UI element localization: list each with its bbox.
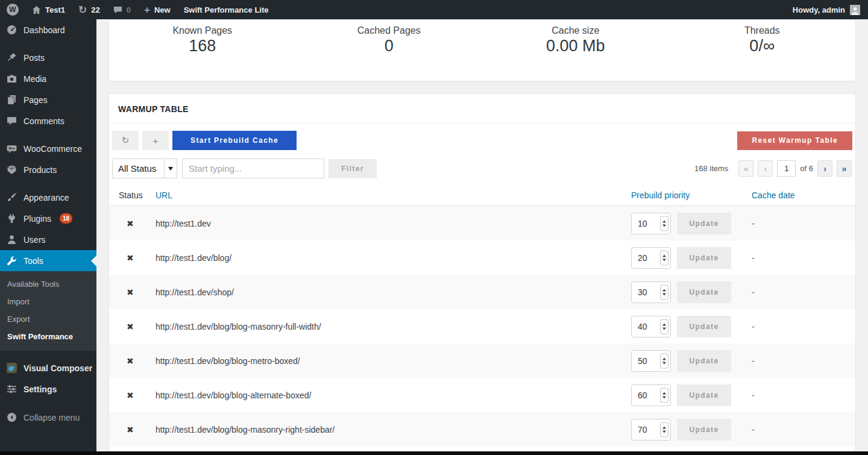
sidebar-item-comments[interactable]: Comments [0,110,96,131]
sidebar-label: Comments [24,116,64,126]
tools-submenu: Available Tools Import Export Swift Pefo… [0,271,96,351]
user-icon [6,234,17,245]
stat-value: 168 [109,37,296,55]
row-url: http://test1.dev/shop/ [156,287,631,297]
add-url-button[interactable]: + [142,131,169,150]
wordpress-menu[interactable]: W [0,0,25,19]
new-content-menu[interactable]: + New [137,0,177,19]
refresh-button[interactable]: ↻ [112,131,139,150]
comments-menu[interactable]: 0 [107,0,137,19]
table-row: ✖ http://test1.dev Update - [109,206,855,240]
table-row: ✖ http://test1.dev/shop/ Update - [109,275,855,309]
row-url: http://test1.dev [156,219,631,228]
sidebar-item-users[interactable]: Users [0,229,96,250]
first-page-button[interactable]: « [738,160,753,177]
sidebar-item-visual-composer[interactable]: Visual Composer [0,357,96,378]
reset-warmup-table-button[interactable]: Reset Warmup Table [737,131,852,150]
stat-value: 0 [296,37,483,55]
submenu-item-swift-performance[interactable]: Swift Peformance [0,328,96,345]
number-spinner-icon[interactable] [660,388,668,403]
column-header-prebuild-priority[interactable]: Prebuild priority [631,190,752,200]
wordpress-logo-icon: W [7,4,19,16]
update-button[interactable]: Update [677,247,731,269]
update-button[interactable]: Update [677,384,731,406]
plus-icon: + [144,5,150,15]
sidebar-label: Products [24,165,57,175]
number-spinner-icon[interactable] [660,284,668,300]
submenu-item-import[interactable]: Import [0,293,96,310]
submenu-item-available-tools[interactable]: Available Tools [0,275,96,293]
row-cache-date: - [752,287,857,297]
site-name-menu[interactable]: Test1 [25,0,72,19]
sidebar-item-tools[interactable]: Tools [0,250,96,271]
status-filter-select[interactable]: All Status [112,158,177,178]
start-prebuild-cache-button[interactable]: Start Prebuild Cache [172,131,297,150]
update-button[interactable]: Update [677,213,731,234]
status-x-icon: ✖ [119,219,156,228]
column-header-url[interactable]: URL [156,190,631,200]
current-page-input[interactable] [777,160,796,177]
update-button[interactable]: Update [677,350,731,372]
prev-page-button[interactable]: ‹ [758,160,773,177]
search-input[interactable] [182,158,324,178]
table-row: ✖ http://test1.dev/blog/ Update - [109,240,855,275]
refresh-icon: ↻ [122,135,130,145]
row-url: http://test1.dev/blog/blog-metro-boxed/ [156,356,631,366]
sidebar-item-media[interactable]: Media [0,68,96,89]
row-cache-date: - [752,253,857,263]
number-spinner-icon[interactable] [660,319,668,334]
update-button[interactable]: Update [677,281,731,303]
sidebar-item-pages[interactable]: Pages [0,89,96,110]
filter-button[interactable]: Filter [329,159,377,178]
sidebar-item-posts[interactable]: Posts [0,47,96,68]
sidebar-item-settings[interactable]: Settings [0,378,96,400]
pages-icon [6,94,17,105]
sidebar-item-products[interactable]: Products [0,159,96,180]
row-cache-date: - [752,356,857,366]
swift-performance-label: Swift Performance Lite [184,5,269,14]
filter-row: All Status Filter 168 items « ‹ of 6 › » [109,154,855,184]
next-page-button[interactable]: › [817,160,832,177]
number-spinner-icon[interactable] [660,216,668,231]
warmup-table-card: WARMUP TABLE ↻ + Start Prebuild Cache Re… [108,93,856,455]
stat-label: Cache size [482,25,669,36]
last-page-button[interactable]: » [837,160,852,177]
row-url: http://test1.dev/blog/blog-alternate-box… [156,391,631,400]
priority-cell: Update [631,281,752,303]
account-menu[interactable]: Howdy, admin [785,0,868,19]
update-button[interactable]: Update [677,316,731,337]
table-header: Status URL Prebuild priority Cache date [109,184,855,206]
number-spinner-icon[interactable] [660,353,668,368]
pushpin-icon [6,52,17,63]
column-header-cache-date[interactable]: Cache date [752,190,857,200]
screen-bottom-strip [0,451,868,455]
sidebar-label: Dashboard [24,25,65,35]
row-url: http://test1.dev/blog/blog-masonry-right… [156,425,631,435]
number-spinner-icon[interactable] [660,250,668,265]
comments-count: 0 [127,5,131,14]
table-row: ✖ http://test1.dev/blog/blog-masonry-rig… [109,412,855,447]
sidebar-item-plugins[interactable]: Plugins 18 [0,208,96,229]
submenu-item-export[interactable]: Export [0,310,96,328]
collapse-menu-button[interactable]: Collapse menu [0,407,96,428]
row-cache-date: - [752,322,857,331]
sidebar-label: Pages [24,95,48,105]
row-cache-date: - [752,425,857,435]
status-x-icon: ✖ [119,287,156,297]
update-button[interactable]: Update [677,419,731,441]
dropdown-arrow-icon [164,159,177,178]
status-x-icon: ✖ [119,253,156,263]
number-spinner-icon[interactable] [660,422,668,437]
swift-performance-menu[interactable]: Swift Performance Lite [177,0,275,19]
updates-menu[interactable]: ↻ 22 [72,0,107,19]
stat-label: Threads [669,25,856,36]
sidebar-label: WooCommerce [24,144,82,154]
stat-cached-pages: Cached Pages 0 [296,20,483,81]
media-icon [6,73,17,84]
sidebar-item-appearance[interactable]: Appearance [0,187,96,208]
sidebar-item-dashboard[interactable]: Dashboard [0,19,96,40]
avatar [850,5,860,15]
sidebar-item-woocommerce[interactable]: Woo WooCommerce [0,138,96,159]
visual-composer-icon [6,362,17,374]
stat-label: Cached Pages [296,25,483,36]
